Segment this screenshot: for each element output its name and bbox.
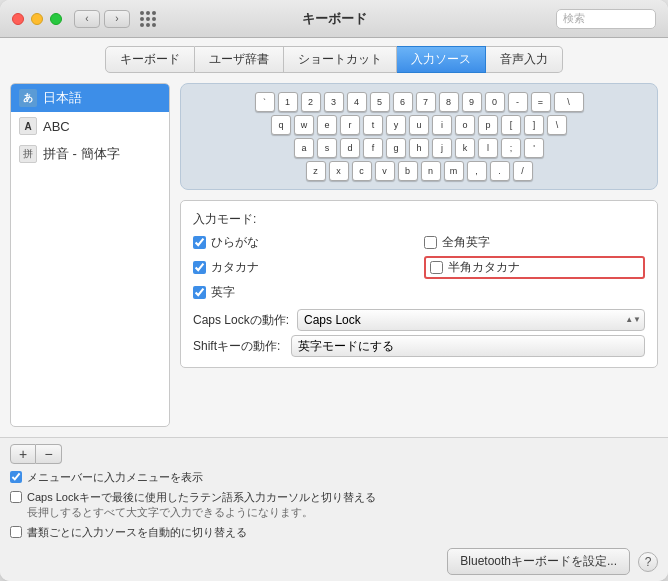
key-a: a	[294, 138, 314, 158]
kb-row-3: a s d f g h j k l ; '	[189, 138, 649, 158]
sidebar-label-abc: ABC	[43, 119, 70, 134]
tab-voice[interactable]: 音声入力	[486, 46, 563, 73]
checkbox-hiragana: ひらがな	[193, 234, 414, 251]
key-5: 5	[370, 92, 390, 112]
key-l: l	[478, 138, 498, 158]
titlebar: ‹ › キーボード 検索	[0, 0, 668, 38]
caps-lock-label: Caps Lockの動作:	[193, 312, 289, 329]
menu-bar-checkbox[interactable]	[10, 471, 22, 483]
key-7: 7	[416, 92, 436, 112]
key-9: 9	[462, 92, 482, 112]
window-title: キーボード	[302, 10, 367, 28]
tab-user-dict[interactable]: ユーザ辞書	[195, 46, 284, 73]
bluetooth-keyboard-button[interactable]: Bluetoothキーボードを設定...	[447, 548, 630, 575]
main-content: あ 日本語 A ABC 拼 拼音 - 簡体字 ` 1 2 3 4	[0, 73, 668, 437]
key-lbracket: [	[501, 115, 521, 135]
key-d: d	[340, 138, 360, 158]
checkbox-hiragana-label: ひらがな	[211, 234, 259, 251]
key-g: g	[386, 138, 406, 158]
right-panel: ` 1 2 3 4 5 6 7 8 9 0 - = \ q w	[180, 83, 658, 427]
bottom-toolbar: + −	[10, 444, 658, 464]
caps-lock-row: Caps Lockの動作: Caps Lock 英字モードにする ▲▼	[193, 309, 645, 331]
bottom-options: メニューバーに入力メニューを表示 Caps Lockキーで最後に使用したラテン語…	[10, 470, 658, 540]
key-backtick: `	[255, 92, 275, 112]
maximize-button[interactable]	[50, 13, 62, 25]
add-remove-buttons: + −	[10, 444, 62, 464]
checkbox-hankaku: 半角カタカナ	[424, 256, 645, 279]
key-minus: -	[508, 92, 528, 112]
help-button[interactable]: ?	[638, 552, 658, 572]
bottom-footer: Bluetoothキーボードを設定... ?	[10, 548, 658, 575]
key-q: q	[271, 115, 291, 135]
key-e: e	[317, 115, 337, 135]
search-placeholder: 検索	[563, 11, 585, 26]
key-quote: '	[524, 138, 544, 158]
caps-lock-select-wrapper: Caps Lock 英字モードにする ▲▼	[297, 309, 645, 331]
caps-lock-select[interactable]: Caps Lock 英字モードにする	[297, 309, 645, 331]
shift-key-select[interactable]: 英字モードにする カタカナ	[291, 335, 645, 357]
key-equals: =	[531, 92, 551, 112]
checkbox-katakana-label: カタカナ	[211, 259, 259, 276]
checkbox-hankaku-input[interactable]	[430, 261, 443, 274]
traffic-lights	[12, 13, 62, 25]
tabs-bar: キーボード ユーザ辞書 ショートカット 入力ソース 音声入力	[0, 38, 668, 73]
minimize-button[interactable]	[31, 13, 43, 25]
remove-source-button[interactable]: −	[36, 444, 62, 464]
key-0: 0	[485, 92, 505, 112]
tab-shortcuts[interactable]: ショートカット	[284, 46, 397, 73]
grid-icon[interactable]	[140, 11, 156, 27]
kb-row-2: q w e r t y u i o p [ ] \	[189, 115, 649, 135]
key-w: w	[294, 115, 314, 135]
key-4: 4	[347, 92, 367, 112]
main-window: ‹ › キーボード 検索 キーボード ユーザ辞書 ショートカット 入力ソース 音…	[0, 0, 668, 581]
checkbox-eigo: 英字	[193, 284, 414, 301]
abc-icon: A	[19, 117, 37, 135]
checkbox-katakana-input[interactable]	[193, 261, 206, 274]
auto-switch-option: 書類ごとに入力ソースを自動的に切り替える	[10, 525, 658, 540]
checkbox-eigo-input[interactable]	[193, 286, 206, 299]
key-o: o	[455, 115, 475, 135]
key-u: u	[409, 115, 429, 135]
sidebar-item-abc[interactable]: A ABC	[11, 112, 169, 140]
key-i: i	[432, 115, 452, 135]
checkbox-hiragana-input[interactable]	[193, 236, 206, 249]
key-s: s	[317, 138, 337, 158]
checkbox-eigo-label: 英字	[211, 284, 235, 301]
pinyin-icon: 拼	[19, 145, 37, 163]
sidebar-item-pinyin[interactable]: 拼 拼音 - 簡体字	[11, 140, 169, 168]
sidebar-item-japanese[interactable]: あ 日本語	[11, 84, 169, 112]
sidebar: あ 日本語 A ABC 拼 拼音 - 簡体字	[10, 83, 170, 427]
search-box[interactable]: 検索	[556, 9, 656, 29]
key-r: r	[340, 115, 360, 135]
key-v: v	[375, 161, 395, 181]
caps-lock-option: Caps Lockキーで最後に使用したラテン語系入力カーソルと切り替える長押しす…	[10, 490, 658, 521]
shift-key-row: Shiftキーの動作: 英字モードにする カタカナ	[193, 335, 645, 357]
caps-lock-bottom-checkbox[interactable]	[10, 491, 22, 503]
key-semicolon: ;	[501, 138, 521, 158]
checkboxes-grid: ひらがな 全角英字 カタカナ 半角カタカナ	[193, 234, 645, 301]
caps-lock-option-label: Caps Lockキーで最後に使用したラテン語系入力カーソルと切り替える長押しす…	[27, 490, 376, 521]
key-comma: ,	[467, 161, 487, 181]
key-n: n	[421, 161, 441, 181]
key-y: y	[386, 115, 406, 135]
key-z: z	[306, 161, 326, 181]
close-button[interactable]	[12, 13, 24, 25]
key-j: j	[432, 138, 452, 158]
tab-input-sources[interactable]: 入力ソース	[397, 46, 486, 73]
key-period: .	[490, 161, 510, 181]
key-k: k	[455, 138, 475, 158]
kb-row-4: z x c v b n m , . /	[189, 161, 649, 181]
auto-switch-checkbox[interactable]	[10, 526, 22, 538]
key-3: 3	[324, 92, 344, 112]
checkbox-hankaku-label: 半角カタカナ	[448, 259, 520, 276]
auto-switch-label: 書類ごとに入力ソースを自動的に切り替える	[27, 525, 247, 540]
key-p: p	[478, 115, 498, 135]
forward-button[interactable]: ›	[104, 10, 130, 28]
tab-keyboard[interactable]: キーボード	[105, 46, 195, 73]
key-backslash2: \	[547, 115, 567, 135]
add-source-button[interactable]: +	[10, 444, 36, 464]
key-b: b	[398, 161, 418, 181]
back-button[interactable]: ‹	[74, 10, 100, 28]
japanese-icon: あ	[19, 89, 37, 107]
checkbox-zenkaku-input[interactable]	[424, 236, 437, 249]
